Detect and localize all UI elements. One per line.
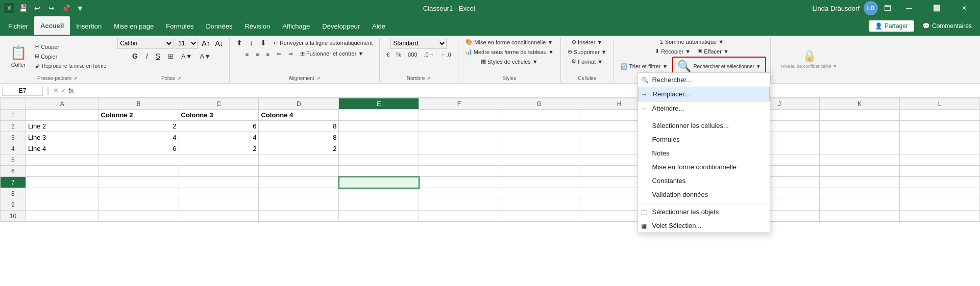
- cell-A7[interactable]: [26, 177, 99, 188]
- col-header-D[interactable]: D: [259, 98, 339, 110]
- cell-B1[interactable]: Colonne 2: [99, 110, 179, 121]
- currency-btn[interactable]: €: [384, 50, 392, 59]
- qs-undo-btn[interactable]: ↩: [32, 3, 43, 14]
- tab-fichier[interactable]: Fichier: [2, 16, 34, 36]
- tab-aide[interactable]: Aide: [366, 16, 391, 36]
- cell-D7[interactable]: [259, 177, 339, 188]
- menu-item-formules[interactable]: Formules: [638, 133, 770, 146]
- cell-A4[interactable]: Line 4: [26, 143, 99, 154]
- increase-font-btn[interactable]: A↑: [200, 38, 211, 48]
- cell-A5[interactable]: [26, 154, 99, 166]
- cell-D6[interactable]: [259, 166, 339, 177]
- cell-B9[interactable]: [99, 199, 179, 211]
- formula-input[interactable]: [76, 87, 978, 94]
- cell-C7[interactable]: [179, 177, 259, 188]
- menu-item-volet-selection[interactable]: ▦ Volet Sélection...: [638, 219, 770, 232]
- cell-B2[interactable]: 2: [99, 121, 179, 132]
- cell-A6[interactable]: [26, 166, 99, 177]
- coller-button[interactable]: 📋 Coller: [6, 39, 31, 73]
- align-bottom-btn[interactable]: ⬇: [258, 38, 269, 48]
- cell-B4[interactable]: 6: [99, 143, 179, 154]
- cell-F10[interactable]: [419, 211, 499, 222]
- cell-K7[interactable]: [820, 177, 900, 188]
- cell-C2[interactable]: 6: [179, 121, 259, 132]
- cell-G3[interactable]: [499, 132, 579, 143]
- cell-C3[interactable]: 4: [179, 132, 259, 143]
- tab-revision[interactable]: Révision: [238, 16, 276, 36]
- cell-A8[interactable]: [26, 188, 99, 199]
- cell-F9[interactable]: [419, 199, 499, 211]
- cell-D4[interactable]: 2: [259, 143, 339, 154]
- launcher-icon[interactable]: ↗: [74, 76, 78, 81]
- menu-item-atteindre[interactable]: → Atteindre...: [638, 101, 770, 115]
- qs-redo-btn[interactable]: ↪: [46, 3, 57, 14]
- cell-C6[interactable]: [179, 166, 259, 177]
- cell-K2[interactable]: [820, 121, 900, 132]
- cell-A1[interactable]: [26, 110, 99, 121]
- name-box[interactable]: [2, 86, 43, 96]
- cell-F2[interactable]: [419, 121, 499, 132]
- cell-G7[interactable]: [499, 177, 579, 188]
- tab-developpeur[interactable]: Développeur: [316, 16, 366, 36]
- maximize-button[interactable]: ⬜: [925, 0, 948, 16]
- cell-L3[interactable]: [899, 132, 979, 143]
- cell-A2[interactable]: Line 2: [26, 121, 99, 132]
- cancel-formula-icon[interactable]: ✕: [53, 87, 59, 94]
- cell-L2[interactable]: [899, 121, 979, 132]
- border-button[interactable]: ⊞: [165, 51, 176, 61]
- cell-K10[interactable]: [820, 211, 900, 222]
- increase-decimal-btn[interactable]: .0→: [421, 50, 436, 59]
- col-header-F[interactable]: F: [419, 98, 499, 110]
- cell-E5[interactable]: [339, 154, 419, 166]
- confirm-formula-icon[interactable]: ✓: [61, 87, 66, 94]
- tab-mise-en-page[interactable]: Mise en page: [108, 16, 160, 36]
- somme-btn[interactable]: Σ Somme automatique ▼: [657, 38, 726, 46]
- align-top-btn[interactable]: ⬆: [234, 38, 245, 48]
- cell-F8[interactable]: [419, 188, 499, 199]
- menu-item-mise-en-forme-cond[interactable]: Mise en forme conditionnelle: [638, 160, 770, 174]
- share-button[interactable]: 👤 Partager: [869, 20, 914, 32]
- cell-E4[interactable]: [339, 143, 419, 154]
- cell-L7[interactable]: [899, 177, 979, 188]
- cell-D9[interactable]: [259, 199, 339, 211]
- menu-item-notes[interactable]: Notes: [638, 146, 770, 160]
- align-center-btn[interactable]: ≡: [253, 49, 261, 58]
- cell-K5[interactable]: [820, 154, 900, 166]
- percent-btn[interactable]: %: [394, 50, 404, 59]
- cell-A9[interactable]: [26, 199, 99, 211]
- wrap-text-btn[interactable]: ↵ Renvoyer à la ligne automatiquement: [271, 38, 375, 48]
- cell-K6[interactable]: [820, 166, 900, 177]
- indent-dec-btn[interactable]: ⇐: [274, 49, 284, 58]
- cell-G10[interactable]: [499, 211, 579, 222]
- effacer-btn[interactable]: ✖ Effacer ▼: [695, 47, 731, 56]
- cell-G2[interactable]: [499, 121, 579, 132]
- ribbon-display-btn[interactable]: 🗔: [882, 3, 893, 14]
- recopier-btn[interactable]: ⬇ Recopier ▼: [652, 47, 693, 56]
- italic-button[interactable]: I: [143, 51, 151, 61]
- align-middle-btn[interactable]: ↕: [247, 38, 256, 48]
- col-header-B[interactable]: B: [99, 98, 179, 110]
- cell-B7[interactable]: [99, 177, 179, 188]
- cell-L1[interactable]: [899, 110, 979, 121]
- copier-button[interactable]: ⊞ Copier: [32, 52, 109, 61]
- conditional-format-btn[interactable]: 🎨 Mise en forme conditionnelle ▼: [463, 38, 555, 46]
- cell-G9[interactable]: [499, 199, 579, 211]
- cell-G6[interactable]: [499, 166, 579, 177]
- qs-more-btn[interactable]: ▼: [75, 3, 86, 14]
- cell-G8[interactable]: [499, 188, 579, 199]
- cell-B6[interactable]: [99, 166, 179, 177]
- close-button[interactable]: ✕: [952, 0, 976, 16]
- tab-accueil[interactable]: Accueil: [34, 16, 70, 36]
- indent-inc-btn[interactable]: ⇒: [286, 49, 296, 58]
- align-left-btn[interactable]: ≡: [243, 49, 251, 58]
- bold-button[interactable]: G: [129, 50, 141, 62]
- cell-D5[interactable]: [259, 154, 339, 166]
- menu-item-remplacer[interactable]: ↔ Remplacer...: [638, 87, 770, 101]
- col-header-G[interactable]: G: [499, 98, 579, 110]
- minimize-button[interactable]: —: [897, 0, 921, 16]
- font-size-select[interactable]: 11: [176, 38, 198, 49]
- underline-button[interactable]: S: [153, 51, 163, 61]
- fill-color-button[interactable]: A▼: [179, 51, 195, 61]
- cell-K8[interactable]: [820, 188, 900, 199]
- cell-K3[interactable]: [820, 132, 900, 143]
